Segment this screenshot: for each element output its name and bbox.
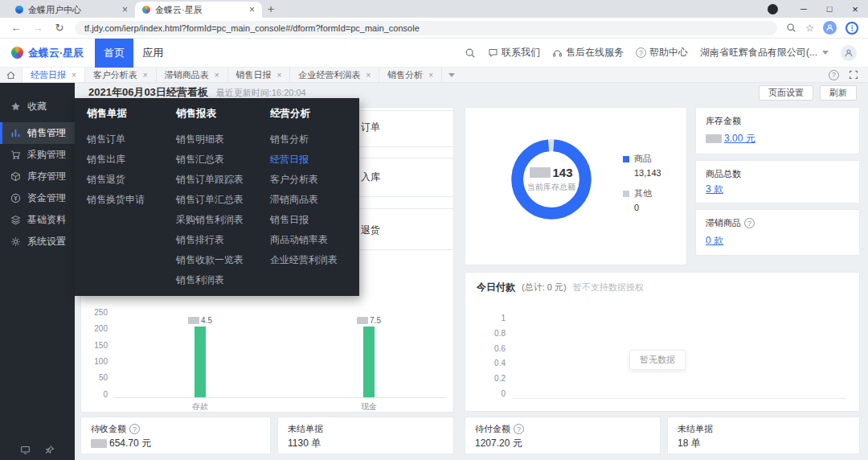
question-icon: ?	[636, 47, 646, 58]
maximize-button[interactable]: □	[817, 0, 842, 18]
tab-close-icon[interactable]: ×	[249, 5, 255, 14]
help-center-link[interactable]: ? 帮助中心	[636, 46, 688, 60]
company-selector[interactable]: 湖南省旺辉食品有限公司(...	[700, 46, 829, 60]
tab-close-icon[interactable]: ×	[366, 71, 371, 80]
app-header: 金蝶云·星辰 首页 应用 联系我们 售后在线服务 ? 帮助中心 湖南省旺辉食品有…	[0, 39, 868, 68]
address-bar[interactable]: tf.jdy.com/ierp/index.html?formId=pc_mai…	[75, 21, 777, 35]
help-icon[interactable]: ?	[744, 218, 755, 228]
minimize-button[interactable]: ─	[791, 0, 817, 18]
flyout-item[interactable]: 销售排行表	[176, 230, 270, 250]
sidebar-item-purchase[interactable]: 采购管理	[0, 144, 75, 166]
flyout-item-active[interactable]: 经营日报	[270, 150, 359, 170]
flyout-item[interactable]: 客户分析表	[270, 170, 359, 190]
url-text: tf.jdy.com/ierp/index.html?formId=pc_mai…	[84, 23, 420, 33]
tab-close-icon[interactable]: ×	[122, 5, 128, 14]
donut-legend: 商品 13,143 其他 0	[623, 153, 661, 222]
bar-deposit	[194, 327, 206, 397]
help-icon[interactable]: ?	[514, 424, 524, 434]
browser-profile-avatar[interactable]	[823, 21, 837, 35]
receivable-card: 待收金额? 654.70 元	[80, 417, 271, 454]
doc-tab-daily-report[interactable]: 经营日报×	[23, 68, 85, 82]
sidebar-item-inventory[interactable]: 库存管理	[0, 166, 75, 187]
sidebar-item-basedata[interactable]: 基础资料	[0, 209, 75, 231]
help-icon[interactable]: ?	[829, 70, 839, 80]
reload-button[interactable]: ↻	[53, 22, 66, 34]
sidebar-item-sales[interactable]: 销售管理	[0, 122, 75, 144]
app-logo-text: 金蝶云·星辰	[28, 46, 84, 60]
doc-tab-slow-goods[interactable]: 滞销商品表×	[157, 68, 228, 82]
pin-icon[interactable]	[44, 445, 55, 455]
browser-window: 金蝶用户中心 × 金蝶云·星辰 × + ─ □ × ← → ↻ tf.jdy.c…	[0, 0, 868, 460]
sidebar-item-funds[interactable]: 资金管理	[0, 187, 75, 209]
doc-tab-sales-analysis[interactable]: 销售分析×	[379, 68, 442, 82]
browser-tabbar: 金蝶用户中心 × 金蝶云·星辰 × + ─ □ ×	[0, 0, 868, 18]
refresh-button[interactable]: 刷新	[820, 85, 857, 101]
flyout-item[interactable]: 销售出库	[87, 150, 176, 170]
flyout-item[interactable]: 销售换货申请	[87, 190, 176, 210]
payment-chart-axis	[512, 398, 846, 399]
tab-close-icon[interactable]: ×	[143, 71, 148, 80]
flyout-item[interactable]: 销售汇总表	[176, 150, 270, 170]
browser-tab-star[interactable]: 金蝶云·星辰 ×	[135, 2, 262, 18]
flyout-item[interactable]: 销售订单跟踪表	[176, 170, 270, 190]
nav-apps-button[interactable]: 应用	[133, 39, 172, 68]
dock-panel-icon[interactable]	[20, 445, 31, 455]
fullscreen-icon[interactable]	[849, 70, 858, 80]
slow-moving-link[interactable]: 0 款	[706, 234, 723, 248]
search-icon[interactable]	[465, 47, 476, 59]
forward-button[interactable]: →	[31, 22, 44, 34]
chat-icon	[488, 47, 498, 58]
browser-menu-icon[interactable]: ⋮	[845, 22, 858, 35]
redacted-text	[357, 317, 368, 324]
zoom-icon[interactable]	[786, 23, 796, 33]
bar-cash	[363, 327, 375, 397]
product-total-link[interactable]: 3 款	[706, 183, 723, 196]
tab-close-icon[interactable]: ×	[215, 71, 219, 80]
home-tab-button[interactable]	[0, 68, 23, 82]
sidebar-item-settings[interactable]: 系统设置	[0, 231, 75, 253]
tab-overflow-button[interactable]	[442, 68, 460, 82]
bookmark-star-icon[interactable]: ☆	[805, 23, 814, 34]
back-button[interactable]: ←	[10, 22, 23, 34]
flyout-item[interactable]: 销售订单	[87, 129, 176, 150]
no-data-badge: 暂无数据	[629, 350, 686, 370]
close-button[interactable]: ×	[842, 0, 868, 18]
page-settings-button[interactable]: 页面设置	[759, 85, 813, 101]
doc-tab-customer-analysis[interactable]: 客户分析表×	[85, 68, 157, 82]
contact-us-link[interactable]: 联系我们	[488, 46, 540, 60]
tabstrip-tools: ?	[829, 68, 868, 82]
flyout-item[interactable]: 商品动销率表	[270, 230, 359, 250]
redacted-text	[91, 439, 107, 448]
tab-close-icon[interactable]: ×	[428, 71, 433, 80]
person-icon	[825, 23, 834, 32]
gear-icon	[10, 236, 21, 247]
flyout-item[interactable]: 销售分析	[270, 129, 359, 150]
flyout-item[interactable]: 采购销售利润表	[176, 210, 270, 230]
slow-moving-card: 滞销商品? 0 款	[695, 209, 860, 256]
doc-tab-sales-daily[interactable]: 销售日报×	[228, 68, 291, 82]
new-tab-button[interactable]: +	[262, 1, 280, 17]
flyout-item[interactable]: 销售订单汇总表	[176, 190, 270, 210]
online-service-link[interactable]: 售后在线服务	[552, 46, 624, 60]
flyout-item[interactable]: 销售日报	[270, 210, 359, 230]
document-tabstrip: 经营日报× 客户分析表× 滞销商品表× 销售日报× 企业经营利润表× 销售分析×…	[0, 68, 868, 83]
tab-close-icon[interactable]: ×	[277, 71, 282, 80]
doc-tab-enterprise-profit[interactable]: 企业经营利润表×	[290, 68, 379, 82]
user-avatar[interactable]	[841, 45, 857, 61]
flyout-item[interactable]: 销售明细表	[176, 129, 270, 150]
inventory-amount-link[interactable]: 3.00 元	[724, 132, 755, 146]
help-icon[interactable]: ?	[129, 424, 140, 434]
sidebar: 收藏 销售管理 采购管理 库存管理 资金管理 基础资料 系统设置	[0, 83, 75, 460]
flyout-item[interactable]: 销售退货	[87, 170, 176, 190]
flyout-item[interactable]: 销售收款一览表	[176, 250, 270, 270]
browser-tab-user-center[interactable]: 金蝶用户中心 ×	[8, 2, 135, 18]
nav-home-button[interactable]: 首页	[95, 39, 133, 68]
extension-icon[interactable]	[768, 4, 778, 14]
y-tick: 150	[81, 341, 108, 350]
flyout-item[interactable]: 滞销商品表	[270, 190, 359, 210]
flyout-item[interactable]: 企业经营利润表	[270, 250, 359, 270]
sidebar-item-favorites[interactable]: 收藏	[0, 96, 75, 117]
tab-close-icon[interactable]: ×	[72, 71, 76, 80]
flyout-item[interactable]: 销售利润表	[176, 270, 270, 290]
open-sales-orders-card: 未结单据 1130 单	[277, 417, 454, 454]
